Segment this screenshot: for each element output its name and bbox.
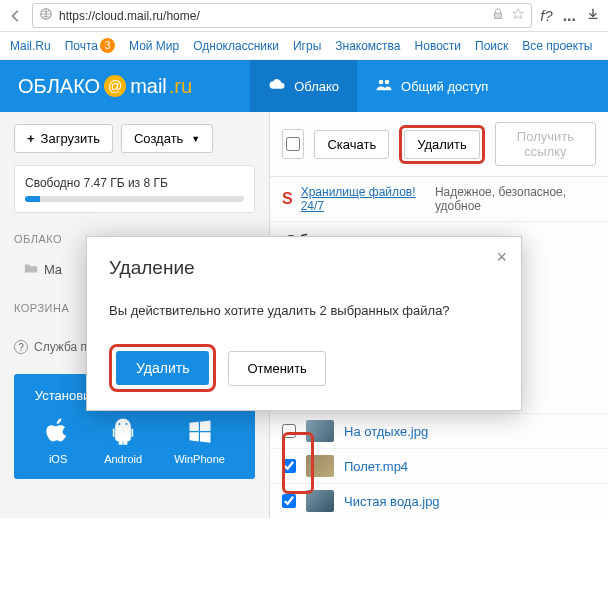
bookmark-icon[interactable] [511,7,525,24]
modal-text: Вы действительно хотите удалить 2 выбран… [109,303,499,318]
create-button[interactable]: Создать ▼ [121,124,213,153]
svg-point-5 [126,423,128,425]
apple-icon [44,417,72,447]
file-name: На отдыхе.jpg [344,424,428,439]
nav-news[interactable]: Новости [415,39,461,53]
platform-android[interactable]: Android [104,417,142,465]
mail-badge: 3 [100,38,115,53]
upload-button[interactable]: + Загрузить [14,124,113,153]
help-icon: ? [14,340,28,354]
file-row[interactable]: На отдыхе.jpg [270,413,608,448]
caret-down-icon: ▼ [191,134,200,144]
modal-title: Удаление [109,257,499,279]
svg-rect-1 [495,13,502,18]
select-all-checkbox[interactable] [282,129,304,159]
url-text: https://cloud.mail.ru/home/ [59,9,485,23]
tab-shared[interactable]: Общий доступ [357,60,506,112]
nav-search[interactable]: Поиск [475,39,508,53]
nav-mailru[interactable]: Mail.Ru [10,39,51,53]
browser-menu-button[interactable]: ... [563,7,576,25]
close-icon[interactable]: × [496,247,507,268]
nav-games[interactable]: Игры [293,39,321,53]
file-name: Чистая вода.jpg [344,494,440,509]
delete-modal: × Удаление Вы действительно хотите удали… [86,236,522,411]
file-row[interactable]: Полет.mp4 [270,448,608,483]
globe-icon [39,7,53,24]
storage-box: Свободно 7.47 ГБ из 8 ГБ [14,165,255,213]
nav-allprojects[interactable]: Все проекты [522,39,592,53]
nav-mail[interactable]: Почта [65,39,98,53]
people-icon [375,76,393,97]
plus-icon: + [27,131,35,146]
android-icon [109,417,137,447]
s-icon: S [282,190,293,208]
tab-cloud[interactable]: Облако [250,60,357,112]
platform-ios[interactable]: iOS [44,417,72,465]
svg-point-2 [379,79,384,84]
download-icon[interactable] [586,7,600,24]
folder-icon [24,261,38,278]
svg-point-4 [119,423,121,425]
storage-text: Свободно 7.47 ГБ из 8 ГБ [25,176,244,190]
platform-winphone[interactable]: WinPhone [174,417,225,465]
cancel-button[interactable]: Отменить [228,351,325,386]
download-button[interactable]: Скачать [314,130,389,159]
file-row[interactable]: Чистая вода.jpg [270,483,608,518]
logo[interactable]: ОБЛАКО @ mail.ru [0,75,210,98]
delete-button[interactable]: Удалить [404,130,480,159]
svg-point-3 [385,79,390,84]
file-checkbox[interactable] [282,494,296,508]
highlight-checkboxes [282,432,314,494]
lock-icon [491,7,505,24]
file-name: Полет.mp4 [344,459,408,474]
url-bar[interactable]: https://cloud.mail.ru/home/ [32,3,532,28]
cloud-icon [268,76,286,97]
storage-progress [25,196,244,202]
back-button[interactable] [8,8,24,24]
nav-ok[interactable]: Одноклассники [193,39,279,53]
confirm-delete-button[interactable]: Удалить [116,351,209,385]
ad-strip[interactable]: S Хранилище файлов! 24/7 Надежное, безоп… [270,177,608,222]
at-icon: @ [104,75,126,97]
getlink-button[interactable]: Получить ссылку [495,122,596,166]
windows-icon [186,417,214,447]
nav-dating[interactable]: Знакомства [335,39,400,53]
nav-mymir[interactable]: Мой Мир [129,39,179,53]
browser-f-button[interactable]: f? [540,7,553,24]
